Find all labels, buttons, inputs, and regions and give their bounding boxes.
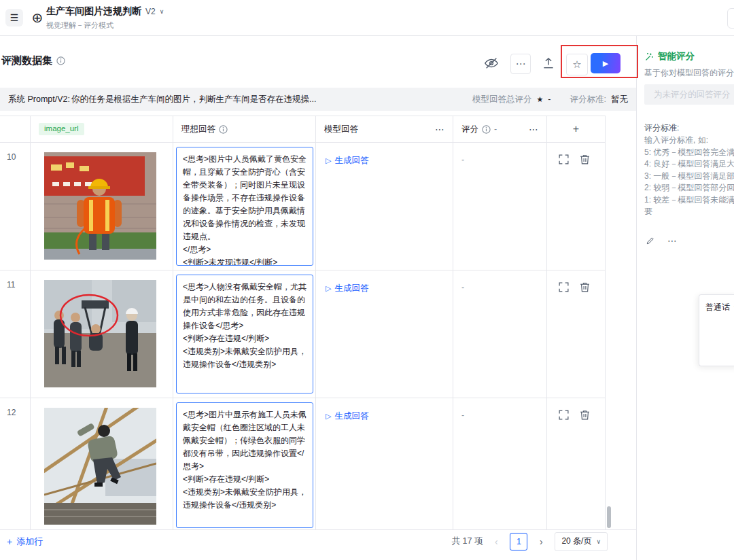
upload-button[interactable] xyxy=(540,55,557,71)
expand-row-button[interactable] xyxy=(558,154,570,165)
add-row-button[interactable]: + 添加行 xyxy=(7,536,43,548)
total-score-label: 模型回答总评分 xyxy=(472,94,532,105)
trash-icon xyxy=(579,154,591,165)
page-size-label: 20 条/页 xyxy=(561,536,591,547)
chevron-right-icon: › xyxy=(540,536,543,547)
row-image-scaffold-worker[interactable] xyxy=(44,408,156,525)
add-row-label: 添加行 xyxy=(16,536,43,548)
delete-row-button[interactable] xyxy=(579,409,591,421)
info-icon xyxy=(56,56,65,65)
add-column-button[interactable]: + xyxy=(573,123,579,135)
smart-score-subtitle: 基于你对模型回答的评分标准, xyxy=(644,67,734,79)
version-label: V2 xyxy=(145,7,156,16)
play-outline-icon: ▷ xyxy=(326,413,331,420)
scrollbar-thumb[interactable] xyxy=(607,506,611,528)
total-count: 共 17 项 xyxy=(452,536,483,547)
ideal-header-label: 理想回答 xyxy=(181,124,215,135)
upload-icon xyxy=(542,56,555,70)
generate-answer-label: 生成回答 xyxy=(334,155,368,167)
title-block: 生产车间图片违规判断 V2 ∨ 视觉理解－评分模式 xyxy=(46,5,164,31)
table-row: 12 xyxy=(0,398,606,530)
hamburger-icon: ☰ xyxy=(10,12,19,23)
expand-icon xyxy=(558,409,570,421)
score-column-more-button[interactable]: ⋯ xyxy=(529,124,538,135)
trash-icon xyxy=(579,409,591,421)
generate-answer-button[interactable]: ▷ 生成回答 xyxy=(326,283,368,294)
ideal-answer-cell[interactable]: <思考>人物没有佩戴安全帽，尤其是中间的和左边的任务。且设备的使用方式非常危险，… xyxy=(176,275,313,393)
dataset-title: 评测数据集 xyxy=(1,54,65,67)
generate-answer-button[interactable]: ▷ 生成回答 xyxy=(326,410,368,422)
next-page-button[interactable]: › xyxy=(533,533,549,550)
wand-icon xyxy=(644,52,654,62)
current-page-button[interactable]: 1 xyxy=(510,533,527,550)
system-prompt-text: 你的任务是根据生产车间的图片，判断生产车间是否存在违规操... xyxy=(71,94,316,105)
chevron-down-icon: ∨ xyxy=(596,538,601,545)
table-scrollbar[interactable] xyxy=(607,142,611,529)
prev-page-button[interactable]: ‹ xyxy=(488,533,504,550)
table-header: image_url 理想回答 模型回答 ⋯ 评分 - ⋯ + xyxy=(0,116,606,143)
expand-icon xyxy=(558,154,570,165)
star-filled-icon: ★ xyxy=(536,95,543,104)
data-table: image_url 理想回答 模型回答 ⋯ 评分 - ⋯ + xyxy=(0,116,606,530)
system-prompt-label: 系统 Prompt/V2: xyxy=(8,94,70,105)
page-subtitle: 视觉理解－评分模式 xyxy=(46,20,164,31)
favorite-button[interactable]: ☆ xyxy=(566,54,588,75)
criteria-title: 评分标准: xyxy=(644,122,679,134)
play-icon: ▶ xyxy=(603,59,608,68)
image-url-tag: image_url xyxy=(39,123,84,135)
language-option[interactable]: 普通话 ∨ xyxy=(699,295,734,313)
smart-score-title: 智能评分 xyxy=(658,50,695,63)
run-button[interactable]: ▶ xyxy=(591,53,621,73)
panel-more-button[interactable]: ⋯ xyxy=(667,235,677,246)
table-footer: + 添加行 共 17 项 ‹ 1 › 20 条/页 ∨ xyxy=(0,529,636,553)
chevron-left-icon: ‹ xyxy=(495,536,498,547)
score-header-dash: - xyxy=(494,124,497,134)
language-label: 普通话 xyxy=(705,302,730,313)
col-ideal-header: 理想回答 xyxy=(173,116,316,142)
model-column-more-button[interactable]: ⋯ xyxy=(435,124,444,135)
score-header-label: 评分 xyxy=(461,124,478,135)
play-outline-icon: ▷ xyxy=(326,285,331,292)
table-row: 10 xyxy=(0,143,606,270)
score-value: - xyxy=(461,283,546,292)
score-value: - xyxy=(461,410,546,420)
system-prompt-bar[interactable]: 系统 Prompt/V2: 你的任务是根据生产车间的图片，判断生产车间是否存在违… xyxy=(0,88,636,111)
criteria-body: 输入评分标准, 如: 5: 优秀－模型回答完全满 4: 良好－模型回答满足大 3… xyxy=(644,135,734,218)
row-index: 12 xyxy=(0,398,30,417)
col-score-header: 评分 - ⋯ xyxy=(453,116,547,142)
expand-row-button[interactable] xyxy=(558,409,570,421)
cutoff-header-button[interactable] xyxy=(727,8,734,29)
score-unrated-button[interactable]: 为未评分的回答评分 xyxy=(644,84,734,105)
page-size-select[interactable]: 20 条/页 ∨ xyxy=(555,532,608,551)
col-image-header: image_url xyxy=(31,116,173,142)
criteria-label: 评分标准: xyxy=(570,94,606,105)
ideal-answer-cell[interactable]: <思考>图片中人员佩戴了黄色安全帽，且穿戴了安全防护背心（含安全带类装备）；同时… xyxy=(176,147,313,266)
language-popup: 普通话 ∨ xyxy=(699,294,734,366)
hide-columns-button[interactable] xyxy=(483,55,500,71)
delete-row-button[interactable] xyxy=(579,154,591,165)
row-image-worker-helmet-vest[interactable] xyxy=(44,152,156,260)
generate-answer-button[interactable]: ▷ 生成回答 xyxy=(326,155,368,167)
page-title: 生产车间图片违规判断 xyxy=(46,5,141,18)
expand-row-button[interactable] xyxy=(558,281,570,293)
chevron-down-icon[interactable]: ∨ xyxy=(160,8,164,15)
plus-circle-icon: ⊕ xyxy=(32,10,43,26)
info-icon xyxy=(482,125,491,134)
table-row: 11 xyxy=(0,270,606,398)
edit-criteria-button[interactable] xyxy=(646,236,655,245)
dataset-more-button[interactable]: ⋯ xyxy=(510,54,531,74)
ideal-answer-cell[interactable]: <思考>图片中显示有施工人员未佩戴安全帽（红色圈注区域的工人未佩戴安全帽）；传绿… xyxy=(176,402,313,528)
delete-row-button[interactable] xyxy=(579,281,591,293)
plus-icon: + xyxy=(7,536,12,547)
dataset-title-label: 评测数据集 xyxy=(1,54,52,67)
trash-icon xyxy=(579,281,591,293)
col-add-header: + xyxy=(547,116,606,142)
model-header-label: 模型回答 xyxy=(324,124,358,135)
ellipsis-icon: ⋯ xyxy=(516,58,526,70)
row-image-workers-machine[interactable] xyxy=(44,280,156,387)
star-icon: ☆ xyxy=(572,58,581,71)
generate-answer-label: 生成回答 xyxy=(334,283,368,294)
smart-score-title-row: 智能评分 xyxy=(644,50,695,63)
menu-button[interactable]: ☰ xyxy=(5,9,23,27)
new-doc-button[interactable]: ⊕ xyxy=(29,9,46,27)
